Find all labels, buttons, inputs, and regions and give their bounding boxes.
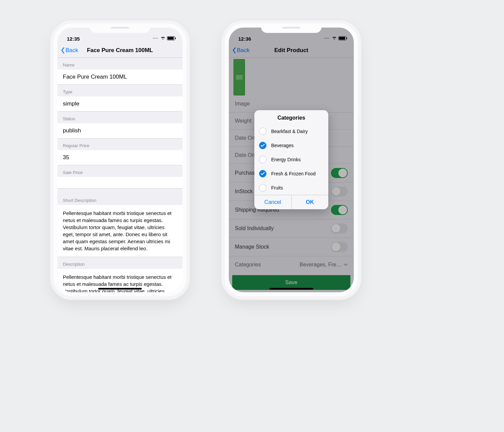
page-title: Face Pure Cream 100ML <box>87 47 153 54</box>
radio-checked-icon <box>259 142 266 149</box>
cancel-button[interactable]: Cancel <box>254 195 291 209</box>
notch <box>90 24 150 33</box>
sale-price-field[interactable] <box>57 177 182 188</box>
home-indicator[interactable] <box>269 288 313 290</box>
short-description-field[interactable]: Pellentesque habitant morbi tristique se… <box>57 205 182 257</box>
option-fruits[interactable]: Fruits <box>254 181 328 195</box>
screen-right: 12:36 •••• Back Edit Product <box>229 28 354 292</box>
option-fresh-frozen[interactable]: Fresh & Frozen Food <box>254 167 328 181</box>
regular-price-field[interactable]: 35 <box>57 150 182 165</box>
option-label: Bearkfast & Dairy <box>271 129 308 134</box>
form-content: Name Face Pure Cream 100ML Type simple S… <box>57 58 182 292</box>
label-short-desc: Short Description <box>57 193 182 205</box>
status-indicators: •••• <box>153 35 175 41</box>
label-status: Status <box>57 112 182 123</box>
status-field[interactable]: publish <box>57 123 182 138</box>
cell-dots-icon: •••• <box>153 37 158 40</box>
radio-unchecked-icon <box>259 156 266 163</box>
label-name: Name <box>57 58 182 70</box>
back-button[interactable]: Back <box>61 43 78 57</box>
nav-bar: Back Face Pure Cream 100ML <box>57 43 182 58</box>
label-type: Type <box>57 85 182 96</box>
home-indicator[interactable] <box>98 288 142 290</box>
modal-actions: Cancel OK <box>254 195 328 209</box>
option-energy[interactable]: Energy Drinks <box>254 153 328 167</box>
type-field[interactable]: simple <box>57 96 182 112</box>
categories-modal: Categories Bearkfast & Dairy Beverages E… <box>254 110 328 209</box>
notch <box>261 24 322 33</box>
modal-options: Bearkfast & Dairy Beverages Energy Drink… <box>254 124 328 195</box>
radio-unchecked-icon <box>259 184 266 191</box>
wifi-icon <box>160 35 166 41</box>
screen-left: 12:35 •••• Back Face Pure Cream 100ML Na… <box>57 28 182 292</box>
phone-mockup-left: 12:35 •••• Back Face Pure Cream 100ML Na… <box>53 24 186 296</box>
phone-mockup-right: 12:36 •••• Back Edit Product <box>225 24 358 296</box>
label-desc: Description <box>57 257 182 269</box>
radio-checked-icon <box>259 170 266 177</box>
chevron-left-icon <box>61 47 65 54</box>
battery-icon <box>167 36 175 40</box>
option-label: Fresh & Frozen Food <box>271 171 316 176</box>
option-beverages[interactable]: Beverages <box>254 138 328 153</box>
option-breakfast[interactable]: Bearkfast & Dairy <box>254 124 328 138</box>
modal-title: Categories <box>254 110 328 124</box>
back-label: Back <box>66 47 78 54</box>
label-sale-price: Sale Price <box>57 165 182 177</box>
option-label: Energy Drinks <box>271 157 301 162</box>
option-label: Beverages <box>271 143 294 148</box>
label-regular-price: Regular Price <box>57 138 182 150</box>
status-time: 12:35 <box>67 36 80 42</box>
option-label: Fruits <box>271 185 283 190</box>
ok-button[interactable]: OK <box>291 195 329 209</box>
name-field[interactable]: Face Pure Cream 100ML <box>57 70 182 85</box>
radio-unchecked-icon <box>259 128 266 135</box>
